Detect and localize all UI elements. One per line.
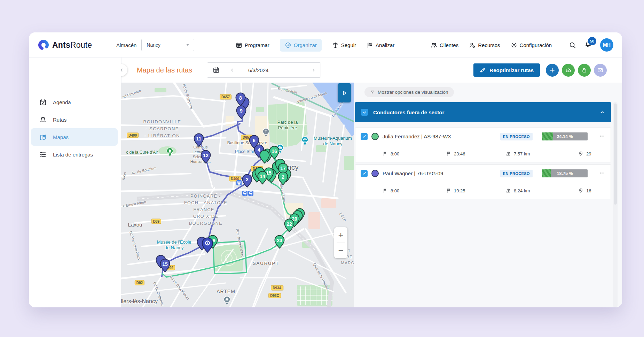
- route-marker-15[interactable]: 15: [160, 259, 170, 274]
- section-checkbox[interactable]: [361, 109, 368, 116]
- driver-start-time: 8:00: [383, 151, 399, 156]
- driver-checkbox[interactable]: [361, 170, 368, 177]
- sidebar-item-mapas[interactable]: Mapas: [31, 128, 118, 146]
- download-button[interactable]: [562, 64, 575, 77]
- desktop-background: AntsRoute Almacén Nancy Programar Organi…: [0, 0, 644, 337]
- driver-stops-count: 29: [578, 151, 591, 156]
- route-marker-9[interactable]: 9: [236, 105, 246, 121]
- reoptimize-routes-button[interactable]: Reoptimizar rutas: [473, 63, 540, 77]
- street-label: Viaduc Louis Marin: [297, 91, 328, 104]
- area-label: Musée de l'Écolede Nancy: [157, 239, 191, 251]
- sidebar-item-agenda[interactable]: Agenda: [31, 93, 118, 111]
- warehouse-value: Nancy: [147, 42, 160, 48]
- street-label: Bd de Baudricourt: [169, 275, 190, 300]
- top-navbar: AntsRoute Almacén Nancy Programar Organi…: [29, 32, 622, 58]
- plus-icon: [549, 67, 556, 74]
- user-gear-icon: [469, 42, 476, 48]
- street-label: Bd Maréchal Foch: [129, 230, 141, 260]
- driver-color-dot: [371, 133, 379, 140]
- nav-item-clientes[interactable]: Clientes: [431, 42, 458, 48]
- routes-map[interactable]: D657D400D657D400D400D39D92D92D93AD93Cnd …: [121, 83, 354, 307]
- road-badge: D39: [151, 219, 161, 224]
- panel-scrollbar[interactable]: [613, 102, 618, 307]
- driver-status-badge: EN PROCESO: [500, 170, 533, 177]
- dots-icon: [599, 170, 605, 176]
- calendar-picker-button[interactable]: [207, 63, 225, 77]
- route-marker-11[interactable]: 11: [194, 133, 204, 148]
- svg-text:23: 23: [277, 238, 282, 243]
- notifications-button[interactable]: 50: [584, 41, 592, 49]
- nav-item-seguir[interactable]: Seguir: [332, 42, 356, 48]
- svg-text:11: 11: [196, 136, 202, 141]
- driver-end-time: 19:25: [446, 188, 465, 193]
- road-badge: D92: [135, 280, 144, 285]
- route-marker-23[interactable]: 23: [274, 235, 285, 250]
- drivers-section-header[interactable]: Conductores fuera de sector: [355, 102, 611, 122]
- progress-value: 18.75 %: [542, 169, 588, 177]
- users-icon: [431, 42, 437, 48]
- date-navigator: 6/3/2024: [207, 62, 321, 78]
- sidebar-item-rutas[interactable]: Rutas: [31, 111, 118, 128]
- street-label: nd Pinchard: [122, 89, 142, 99]
- driver-menu-button[interactable]: [598, 169, 606, 178]
- secondary-nav: Clientes Recursos Configuración: [431, 32, 552, 58]
- lock-icon: [581, 67, 588, 74]
- route-marker-22[interactable]: 22: [284, 219, 294, 234]
- start-flag-icon: [383, 151, 388, 156]
- route-marker-2[interactable]: 2: [242, 174, 252, 189]
- previous-day-button[interactable]: [225, 63, 239, 77]
- scrollbar-thumb[interactable]: [614, 104, 617, 205]
- gear-icon: [511, 42, 517, 48]
- avatar[interactable]: MH: [600, 38, 613, 52]
- lock-routes-button[interactable]: [578, 64, 591, 77]
- driver-menu-button[interactable]: [598, 132, 606, 141]
- driver-distance: 7,57 km: [506, 151, 530, 156]
- nav-item-programar[interactable]: Programar: [236, 42, 269, 48]
- driver-name: Paul Wagner | 76-UYG-09: [383, 170, 496, 176]
- panel-expand-button[interactable]: [338, 83, 351, 102]
- driver-status-badge: EN PROCESO: [500, 133, 533, 140]
- city-label: ARTEM: [217, 289, 235, 294]
- zoom-in-button[interactable]: +: [334, 227, 347, 243]
- depot-marker[interactable]: [202, 237, 213, 254]
- route-marker-14[interactable]: 14: [257, 171, 268, 186]
- list-check-icon: [39, 151, 47, 158]
- rocket-icon: [480, 67, 486, 73]
- warehouse-select[interactable]: Nancy: [141, 39, 194, 51]
- add-button[interactable]: [546, 64, 559, 77]
- brand[interactable]: AntsRoute: [38, 32, 92, 58]
- driver-progress-bar: 24.14 %: [542, 132, 588, 140]
- map-zoom-control: + −: [334, 227, 347, 258]
- next-day-button[interactable]: [307, 63, 321, 77]
- train-station-icon: [236, 180, 242, 185]
- road-icon: [506, 151, 511, 156]
- route-marker[interactable]: [259, 150, 270, 165]
- warehouse-label: Almacén: [116, 42, 136, 48]
- nav-item-configuración[interactable]: Configuración: [511, 42, 552, 48]
- nav-item-organizar[interactable]: Organizar: [280, 39, 322, 52]
- agenda-icon: [39, 99, 47, 106]
- chevron-up-icon[interactable]: [599, 109, 605, 115]
- nav-item-analizar[interactable]: Analizar: [367, 42, 394, 48]
- brand-name: AntsRoute: [52, 40, 92, 50]
- display-options-button[interactable]: Mostrar opciones de visualización: [364, 87, 454, 97]
- svg-text:17: 17: [280, 166, 286, 171]
- zoom-out-button[interactable]: −: [334, 243, 347, 258]
- city-label: Laxou: [128, 222, 142, 228]
- check-icon: [362, 171, 367, 176]
- search-icon[interactable]: [569, 41, 576, 49]
- road-badge: D400: [127, 133, 139, 138]
- district-label: POINCARÉ -FOCH - ANATOLEFRANCE -CROIX DE…: [184, 193, 227, 227]
- svg-text:2: 2: [282, 174, 284, 180]
- send-mail-button[interactable]: [594, 64, 607, 77]
- route-marker-2[interactable]: 2: [278, 171, 288, 187]
- section-title: Conductores fuera de sector: [373, 109, 594, 115]
- finish-flag-icon: [446, 188, 451, 193]
- sidebar-item-lista-de-entregas[interactable]: Lista de entregas: [31, 146, 118, 163]
- dots-icon: [599, 133, 605, 139]
- city-label: SAURUPT: [253, 261, 279, 266]
- nav-item-recursos[interactable]: Recursos: [469, 42, 500, 48]
- driver-checkbox[interactable]: [361, 133, 368, 140]
- route-marker-12[interactable]: 12: [201, 150, 211, 165]
- svg-text:14: 14: [260, 174, 265, 179]
